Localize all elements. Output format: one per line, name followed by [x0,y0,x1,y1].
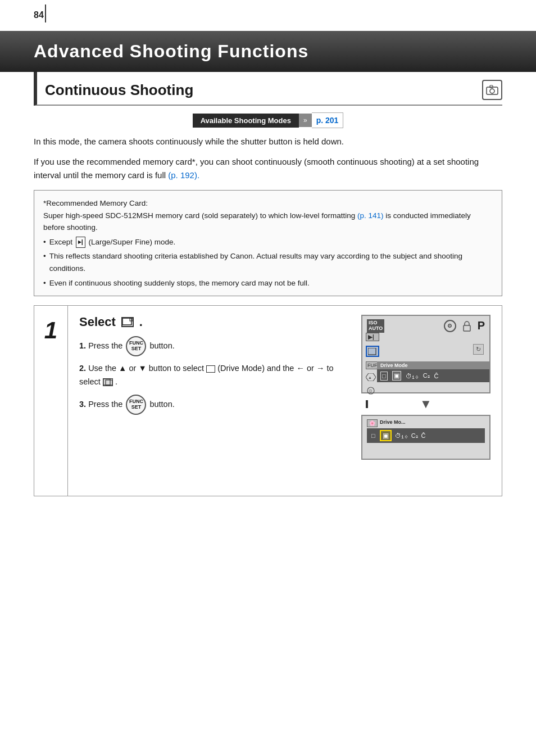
step-item-1: 1. Press the FUNCSET button. [79,336,352,356]
svg-text:⊙: ⊙ [369,388,373,393]
note-box: *Recommended Memory Card: Super high-spe… [34,190,502,296]
intro-link[interactable]: (p. 192). [168,170,199,180]
func-set-button-2: FUNCSET [126,395,146,415]
step-item-2-text: Use the ▲ or ▼ button to select [88,364,206,373]
note-line-1: *Recommended Memory Card: [43,197,493,210]
screen-icon-1: ▶| [366,333,379,341]
shooting-modes-page-link[interactable]: p. 201 [312,112,344,128]
step-number-text: 1 [44,317,57,344]
step-item-1-num: 1. [79,341,86,350]
note-bullet-1-text: Except ▸| (Large/Super Fine) mode. [49,236,175,248]
note-bullet-1: • Except ▸| (Large/Super Fine) mode. [43,236,493,248]
lock-icon [462,320,472,332]
drive-icon-single: □ [380,372,388,381]
camera-mode-icon [482,80,502,100]
drive-mode-select-icon [206,365,215,373]
bottom-drive-10s: ⏱₁₀ [395,432,408,439]
note-line-2: Super high-speed SDC-512MSH memory card … [43,210,493,234]
step-item-2-num: 2. [79,364,86,373]
svg-text:▲: ▲ [368,375,372,379]
chapter-title: Advanced Shooting Functions [34,41,502,62]
svg-rect-3 [122,318,131,325]
bottom-drive-c2: C₂ [411,432,418,440]
step-content: Select . 1. Press the FUNCSET button. [68,306,502,496]
note-bullet-2-text: This reflects standard shooting criteria… [49,250,493,274]
svg-rect-7 [464,325,470,331]
drive-mode-label-bottom: Drive Mo... [380,419,406,427]
al-icon: ▸| [76,237,85,248]
shooting-modes-bar: Available Shooting Modes » p. 201 [34,112,502,128]
intro-text-1: In this mode, the camera shoots continuo… [34,135,502,148]
step-title-text: Select [79,315,116,329]
iso-box: ISOAUTO [367,319,384,333]
drive-icon-c2: C₂ [423,372,430,379]
step-instructions: Select . 1. Press the FUNCSET button. [79,315,352,460]
drive-mode-icons-row: □ ▣ ⏱₁₀ C₂ Ĉ [377,369,489,382]
step-item-3-text2: button. [149,400,174,409]
step-item-1-text: Press the [88,341,125,350]
continuous-shoot-icon [103,378,113,386]
selected-icon-box [366,346,379,357]
bottom-screen-icon: 🌸 [367,419,378,427]
screen-top: ISOAUTO ⚙ P [361,315,490,393]
bottom-drive-cc: Ĉ [421,432,426,439]
intro-text-2-content: If you use the recommended memory card*,… [34,157,479,180]
note-bullet-3-text: Even if continuous shooting suddenly sto… [49,277,310,289]
drive-mode-bar: Drive Mode [377,361,489,369]
top-right-icons: ⚙ P [444,319,485,332]
step-item-2-text3: . [115,377,117,386]
bottom-drive-icons-row: □ ▣ ⏱₁₀ C₂ Ĉ [367,428,485,443]
chapter-header: Advanced Shooting Functions [0,31,536,72]
shooting-modes-label: Available Shooting Modes [193,114,299,128]
camera-screen: ISOAUTO ⚙ P [361,315,490,460]
drive-mode-section: Drive Mode □ ▣ ⏱₁₀ C₂ Ĉ [377,359,489,382]
page-number-divider [45,4,46,22]
svg-rect-6 [106,380,112,385]
note-link-1[interactable]: (p. 141) [357,211,384,220]
p-mode-label: P [478,319,485,332]
screen-bottom-top-row: 🌸 Drive Mo... [367,419,485,427]
bottom-drive-single: □ [370,432,376,440]
bottom-drive-cont-selected: ▣ [380,430,392,441]
screen-icon-4: ⊙ [366,387,379,396]
bullet-dot-3: • [43,277,46,289]
svg-rect-8 [368,348,376,355]
step-item-3: 3. Press the FUNCSET button. [79,395,352,415]
step-item-1-text2: button. [149,341,174,350]
page-number: 84 [34,10,44,20]
func-set-button-1: FUNCSET [126,336,146,356]
step-number-1: 1 [34,306,68,496]
step-item-2: 2. Use the ▲ or ▼ button to select (Driv… [79,362,352,389]
step-item-3-num: 3. [79,400,86,409]
section-title: Continuous Shooting [45,82,476,99]
right-side-icon: ↻ [473,344,484,355]
shooting-modes-arrow-icon: » [299,114,312,127]
screen-top-icons-row: ISOAUTO ⚙ P [367,319,485,333]
note-bullet-3: • Even if continuous shooting suddenly s… [43,277,493,289]
right-icon-item: ↻ [473,344,484,355]
svg-point-1 [490,89,494,93]
drive-mode-title-icon [121,317,134,327]
bullet-dot-1: • [43,236,46,248]
settings-icon: ⚙ [444,320,456,332]
screen-bottom: 🌸 Drive Mo... □ ▣ ⏱₁₀ C₂ Ĉ [361,415,490,460]
step-title: Select . [79,315,352,329]
screen-black-bar [366,400,368,408]
highlight-select [366,346,379,357]
bullet-dot-2: • [43,250,46,262]
step-item-3-text: Press the [88,400,125,409]
drive-icon-cont: ▣ [392,371,401,381]
intro-text-2: If you use the recommended memory card*,… [34,155,502,182]
drive-icon-10s: ⏱₁₀ [406,373,419,379]
step-inner: Select . 1. Press the FUNCSET button. [79,315,490,460]
section-header: Continuous Shooting [34,72,502,106]
note-bullet-2: • This reflects standard shooting criter… [43,250,493,274]
step-1-section: 1 Select . 1. Pr [34,305,502,496]
step-title-period: . [139,315,143,329]
arrow-down-icon: ▼ [361,397,490,411]
drive-icon-cc: Ĉ [434,373,439,379]
